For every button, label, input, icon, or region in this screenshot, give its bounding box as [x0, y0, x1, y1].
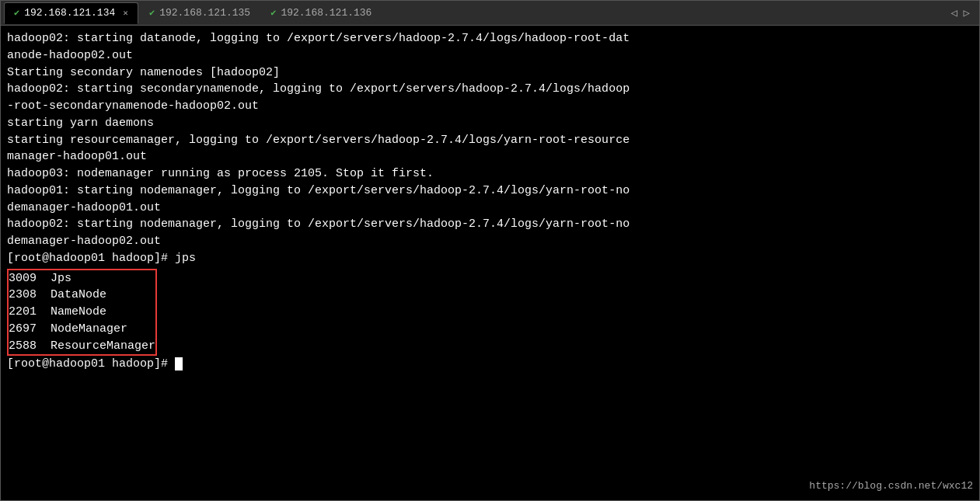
tab-close-button-1[interactable]: ✕ — [123, 8, 128, 18]
tab-label-3: 192.168.121.136 — [281, 7, 371, 19]
terminal-area[interactable]: hadoop02: starting datanode, logging to … — [1, 26, 979, 500]
terminal-window: ✔ 192.168.121.134 ✕ ✔ 192.168.121.135 ✔ … — [0, 0, 980, 501]
tab-bar-left: ✔ 192.168.121.134 ✕ ✔ 192.168.121.135 ✔ … — [4, 2, 381, 24]
tab-192-168-121-136[interactable]: ✔ 192.168.121.136 — [261, 2, 381, 24]
tab-192-168-121-135[interactable]: ✔ 192.168.121.135 — [140, 2, 260, 24]
terminal-cursor — [175, 357, 183, 371]
jps-output-box: 3009 Jps 2308 DataNode 2201 NameNode 269… — [7, 269, 157, 357]
tab-192-168-121-134[interactable]: ✔ 192.168.121.134 ✕ — [4, 2, 138, 24]
terminal-output: hadoop02: starting datanode, logging to … — [7, 30, 973, 373]
nav-right-arrow[interactable]: ▷ — [964, 6, 970, 19]
tab-check-2: ✔ — [149, 7, 155, 19]
url-watermark: https://blog.csdn.net/wxc12 — [809, 479, 973, 494]
tab-active-indicator: ✔ — [14, 7, 19, 19]
tab-label-1: 192.168.121.134 — [24, 7, 115, 19]
tab-check-3: ✔ — [270, 7, 276, 19]
tab-bar-right: ◁ ▷ — [950, 6, 976, 19]
tab-label-2: 192.168.121.135 — [159, 7, 250, 19]
tab-bar: ✔ 192.168.121.134 ✕ ✔ 192.168.121.135 ✔ … — [1, 1, 979, 26]
nav-left-arrow[interactable]: ◁ — [950, 6, 957, 19]
